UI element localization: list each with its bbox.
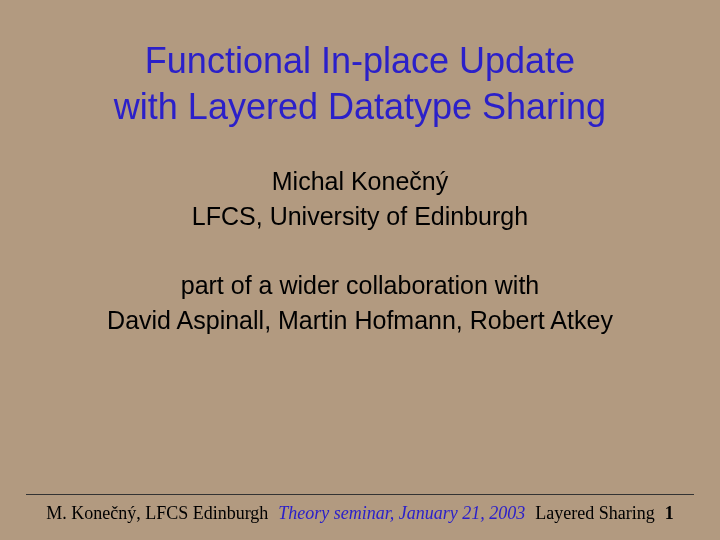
page-number: 1 [665,503,674,523]
collaboration-block: part of a wider collaboration with David… [40,268,680,338]
author-block: Michal Konečný LFCS, University of Edinb… [40,164,680,234]
collab-intro: part of a wider collaboration with [40,268,680,303]
slide-title: Functional In-place Update with Layered … [40,38,680,130]
footer: M. Konečný, LFCS EdinburghTheory seminar… [0,494,720,524]
collab-names: David Aspinall, Martin Hofmann, Robert A… [40,303,680,338]
footer-topic: Layered Sharing [535,503,654,523]
title-line-2: with Layered Datatype Sharing [114,86,606,127]
author-affiliation: LFCS, University of Edinburgh [40,199,680,234]
title-line-1: Functional In-place Update [145,40,575,81]
footer-line: M. Konečný, LFCS EdinburghTheory seminar… [26,503,694,524]
footer-rule [26,494,694,495]
slide: Functional In-place Update with Layered … [0,0,720,540]
footer-event: Theory seminar, January 21, 2003 [278,503,525,523]
footer-author: M. Konečný, LFCS Edinburgh [46,503,268,523]
author-name: Michal Konečný [40,164,680,199]
